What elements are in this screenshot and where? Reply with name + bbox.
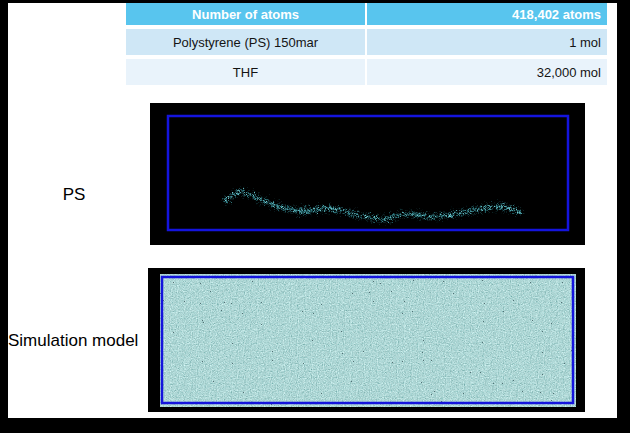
ps-row-label: PS: [8, 185, 140, 205]
table-header-total-atoms: 418,402 atoms: [367, 3, 607, 25]
table-header-name: Number of atoms: [126, 3, 365, 25]
table-cell-amount: 32,000 mol: [367, 59, 607, 85]
table-cell-species: Polystyrene (PS) 150mar: [126, 29, 365, 55]
simulation-model-row-label: Simulation model: [8, 331, 158, 351]
table-header-row: Number of atoms 418,402 atoms: [126, 3, 607, 25]
ps-chain-snapshot: [150, 103, 585, 245]
ps-panel-background: [150, 103, 585, 245]
simulation-model-snapshot: [148, 268, 585, 412]
slide-canvas: Number of atoms 418,402 atoms Polystyren…: [0, 0, 630, 433]
table-cell-species: THF: [126, 59, 365, 85]
table-cell-amount: 1 mol: [367, 29, 607, 55]
composition-table: Number of atoms 418,402 atoms Polystyren…: [126, 3, 607, 85]
table-row: Polystyrene (PS) 150mar 1 mol: [126, 29, 607, 55]
solvent-noise: [160, 274, 576, 407]
table-row: THF 32,000 mol: [126, 59, 607, 85]
